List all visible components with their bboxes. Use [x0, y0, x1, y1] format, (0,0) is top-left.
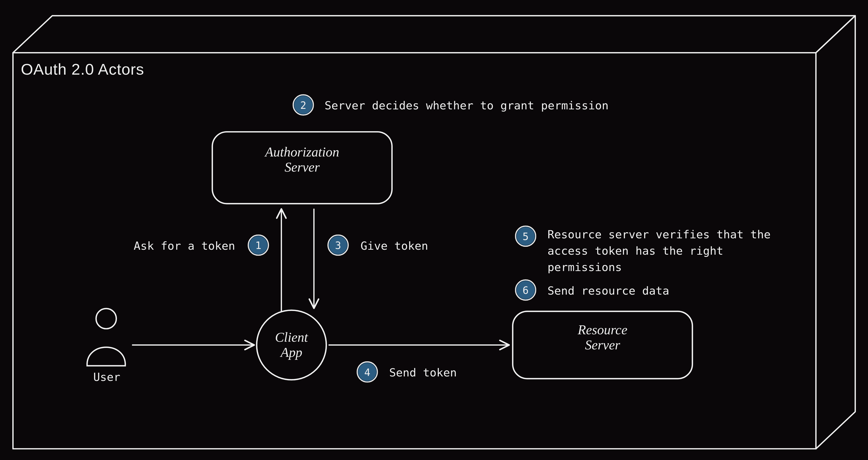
- svg-point-0: [96, 308, 116, 329]
- step-badge-5: 5: [515, 225, 536, 247]
- step-num-3: 3: [335, 239, 341, 251]
- client-line1: Client: [275, 330, 308, 344]
- step-badge-6: 6: [515, 280, 536, 301]
- step-badge-2: 2: [292, 94, 314, 116]
- step-num-1: 1: [255, 239, 261, 251]
- step-num-5: 5: [523, 230, 529, 242]
- step-text-6: Send resource data: [547, 284, 669, 297]
- authorization-server-label: Authorization Server: [212, 145, 392, 175]
- resource-line2: Server: [585, 338, 620, 352]
- step-text-5: Resource server verifies that the access…: [547, 227, 789, 275]
- step-badge-3: 3: [328, 235, 349, 256]
- step-badge-4: 4: [356, 361, 378, 383]
- step-text-2: Server decides whether to grant permissi…: [324, 99, 608, 112]
- client-line2: App: [280, 345, 302, 360]
- step-text-1: Ask for a token: [133, 239, 235, 253]
- auth-line2: Server: [284, 160, 320, 174]
- auth-line1: Authorization: [265, 145, 339, 159]
- step-text-4: Send token: [389, 366, 457, 379]
- step-num-2: 2: [300, 99, 306, 111]
- resource-server-label: Resource Server: [513, 323, 692, 353]
- user-icon: [87, 308, 125, 366]
- resource-line1: Resource: [578, 323, 627, 337]
- step-badge-1: 1: [247, 235, 269, 256]
- diagram-title: OAuth 2.0 Actors: [21, 61, 144, 78]
- step-num-4: 4: [364, 366, 370, 378]
- client-app-label: Client App: [258, 330, 325, 360]
- step-num-6: 6: [523, 284, 529, 296]
- step-text-3: Give token: [361, 239, 428, 253]
- user-label: User: [93, 370, 120, 384]
